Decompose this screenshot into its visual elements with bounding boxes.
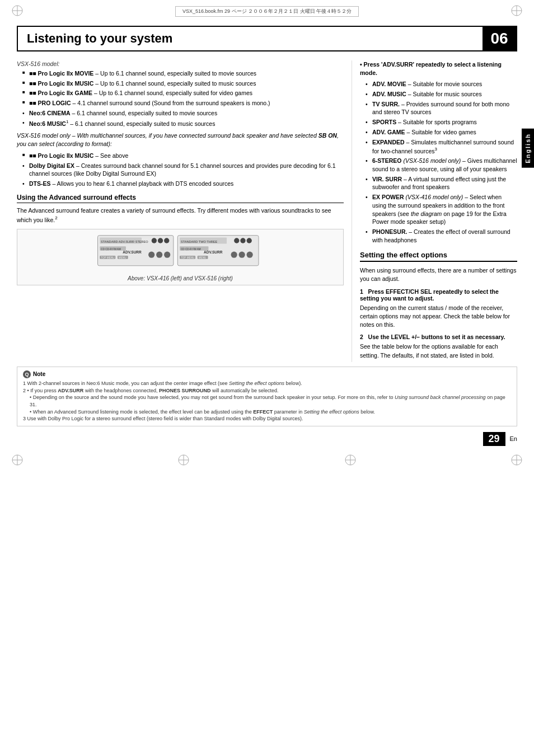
page-number: 29 [483, 432, 505, 446]
receiver-image: STANDARD ADV.SURR STEREO CD CD-R FM AM A… [96, 233, 264, 272]
top-right-crosshair [510, 4, 523, 18]
list-item: PHONESUR. – Creates the effect of overal… [366, 228, 517, 244]
note-label: Note [33, 370, 45, 379]
modes-list: ADV. MOVIE – Suitable for movie sources … [360, 80, 517, 244]
chapter-title: Listening to your system [27, 31, 474, 46]
list-item: EX POWER (VSX-416 model only) – Select w… [366, 193, 517, 226]
receiver-image-area: STANDARD ADV.SURR STEREO CD CD-R FM AM A… [17, 229, 344, 285]
advanced-intro: The Advanced surround feature creates a … [17, 206, 344, 224]
footnote-1: 1 With 2-channel sources in Neo:6 Music … [23, 380, 511, 387]
list-item: ■■ Pro Logic IIx MOVIE – Up to 6.1 chann… [22, 69, 344, 78]
svg-point-20 [156, 251, 162, 257]
step1-heading: 1 Press EFFECT/CH SEL repeatedly to sele… [360, 288, 517, 302]
sub-bullet-list: ■■ Pro Logic IIx MUSIC – See above Dolby… [17, 152, 344, 188]
list-item: ■■ Pro Logic IIx GAME – Up to 6.1 channe… [22, 89, 344, 97]
main-columns: VSX-516 model: ■■ Pro Logic IIx MOVIE – … [0, 60, 534, 362]
printer-marks-bottom [0, 452, 534, 472]
item-label: ■■ Pro Logic IIx MUSIC [29, 152, 93, 159]
bottom-right-crosshair [510, 454, 523, 467]
top-left-crosshair [11, 4, 24, 18]
chapter-title-area: Listening to your system [18, 27, 483, 50]
list-item: ■■ PRO LOGIC – 4.1 channel surround soun… [22, 99, 344, 107]
item-label: Neo:6 CINEMA [29, 110, 71, 116]
bottom-center-left-crosshair [177, 454, 190, 467]
step2-heading: 2 Use the LEVEL +/– buttons to set it as… [360, 334, 517, 340]
svg-text:ADV.SURR: ADV.SURR [123, 250, 142, 254]
svg-text:TOP MENU: TOP MENU [101, 256, 114, 259]
setting-intro: When using surround effects, there are a… [360, 266, 517, 283]
right-column: • Press 'ADV.SURR' repeatedly to select … [352, 60, 517, 362]
main-bullet-list: ■■ Pro Logic IIx MOVIE – Up to 6.1 chann… [17, 69, 344, 128]
svg-text:STANDARD  TWO  THREE: STANDARD TWO THREE [181, 240, 218, 243]
svg-point-37 [247, 251, 253, 257]
svg-text:STANDARD ADV.SURR STEREO: STANDARD ADV.SURR STEREO [101, 240, 148, 243]
svg-point-19 [148, 251, 154, 257]
item-label: ■■ Pro Logic IIx GAME [29, 90, 92, 96]
item-label: Neo:6 MUSIC [29, 120, 66, 127]
list-item: VIR. SURR – A virtual surround effect us… [366, 175, 517, 191]
list-item: EXPANDED – Simulates multichannel surrou… [366, 138, 517, 156]
footnote-2: 2 • If you press ADV.SURR with the headp… [23, 387, 511, 395]
page-number-area: 29 En [17, 432, 517, 446]
footnote-2b: • Depending on the source and the sound … [23, 394, 511, 408]
image-caption: Above: VSX-416 (left) and VSX-516 (right… [21, 275, 340, 281]
model-label: VSX-516 model: [17, 60, 344, 67]
item-label: ■■ Pro Logic IIx MOVIE [29, 70, 93, 77]
svg-point-25 [234, 238, 239, 243]
svg-text:CD   CD-R   FM   AM: CD CD-R FM AM [101, 248, 121, 251]
item-label: Dolby Digital EX [29, 162, 74, 169]
svg-point-9 [152, 238, 157, 243]
note-box: Q Note 1 With 2-channel sources in Neo:6… [17, 367, 517, 426]
item-label: ■■ PRO LOGIC [29, 100, 71, 106]
press-intro: • Press 'ADV.SURR' repeatedly to select … [360, 60, 517, 77]
list-item: ■■ Pro Logic IIx MUSIC – See above [22, 152, 344, 160]
list-item: ADV. MUSIC – Suitable for music sources [366, 90, 517, 98]
list-item: ADV. MOVIE – Suitable for movie sources [366, 80, 517, 88]
list-item: Dolby Digital EX – Creates surround back… [22, 162, 344, 178]
svg-point-26 [240, 238, 245, 243]
chapter-number-box: 06 [483, 27, 516, 50]
step2-text: See the table below for the options avai… [360, 342, 517, 359]
svg-point-35 [231, 251, 237, 257]
left-column: VSX-516 model: ■■ Pro Logic IIx MOVIE – … [17, 60, 352, 362]
svg-text:CD   CD-R   FM   AM: CD CD-R FM AM [181, 248, 201, 251]
note-title: Q Note [23, 370, 511, 379]
multichannel-note-text: VSX-516 model only – With multichannel s… [17, 132, 344, 148]
svg-point-10 [158, 238, 163, 243]
bottom-left-crosshair [11, 454, 24, 467]
list-item: TV SURR. – Provides surround sound for b… [366, 100, 517, 116]
footnote-3: 3 Use with Dolby Pro Logic for a stereo … [23, 415, 511, 422]
svg-text:ADV.SURR: ADV.SURR [204, 250, 223, 254]
chapter-header: Listening to your system 06 [17, 26, 517, 51]
footnote-2c: • When an Advanced Surround listening mo… [23, 408, 511, 416]
item-label: DTS-ES [29, 180, 51, 187]
svg-point-27 [247, 238, 252, 243]
svg-point-11 [164, 238, 169, 243]
page-lang: En [510, 435, 517, 442]
english-tab: English [522, 129, 534, 168]
item-label: ■■ Pro Logic IIx MUSIC [29, 80, 93, 87]
svg-text:TOP MENU: TOP MENU [181, 256, 194, 259]
file-info-text: VSX_516.book.fm 29 ページ ２００６年２月２１日 火曜日 午後… [175, 6, 359, 17]
note-section: Q Note 1 With 2-channel sources in Neo:6… [0, 367, 534, 426]
svg-point-21 [164, 251, 170, 257]
svg-text:MENU: MENU [199, 256, 207, 259]
list-item: 6-STEREO (VSX-516 model only) – Gives mu… [366, 157, 517, 173]
advanced-section-heading: Using the Advanced surround effects [17, 194, 344, 203]
list-item: Neo:6 MUSIC1 – 6.1 channel sound, especi… [22, 119, 344, 128]
setting-section-heading: Setting the effect options [360, 251, 517, 262]
note-icon: Q [23, 370, 31, 378]
list-item: ADV. GAME – Suitable for video games [366, 128, 517, 137]
svg-text:MENU: MENU [119, 256, 127, 259]
list-item: Neo:6 CINEMA – 6.1 channel sound, especi… [22, 109, 344, 118]
svg-point-36 [239, 251, 245, 257]
list-item: SPORTS – Suitable for sports programs [366, 118, 517, 126]
list-item: DTS-ES – Allows you to hear 6.1 channel … [22, 180, 344, 188]
printer-marks-top: VSX_516.book.fm 29 ページ ２００６年２月２１日 火曜日 午後… [0, 0, 534, 20]
step1-text: Depending on the current status / mode o… [360, 304, 517, 330]
list-item: ■■ Pro Logic IIx MUSIC – Up to 6.1 chann… [22, 79, 344, 88]
bottom-center-right-crosshair [344, 454, 357, 467]
